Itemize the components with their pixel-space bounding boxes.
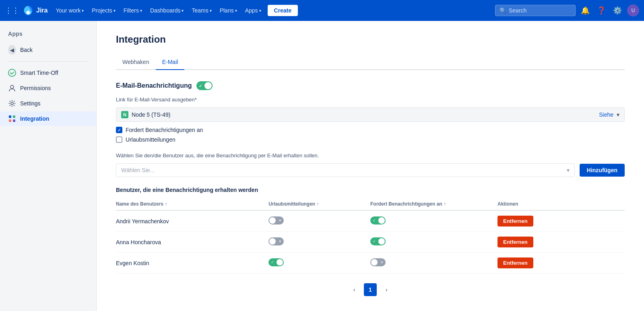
node-dropdown[interactable]: N Node 5 (TS-49) Siehe ▾ — [116, 107, 625, 122]
fordert-toggle-0[interactable]: ✓ — [370, 216, 386, 224]
chevron-down-icon: ▾ — [82, 8, 84, 13]
fordert-toggle-2[interactable]: ✕ — [370, 258, 386, 266]
remove-button[interactable]: Entfernen — [497, 257, 533, 268]
brand-name: Jira — [36, 7, 47, 14]
svg-rect-5 — [13, 115, 15, 118]
layout: Apps ◀ Back Smart Time-Off — [0, 21, 644, 311]
th-actions: Aktionen — [497, 198, 625, 210]
checkbox-row-2: Urlaubsmitteilungen — [116, 136, 625, 143]
checkbox-fordert[interactable]: ✓ — [116, 127, 122, 133]
sidebar-item-back[interactable]: ◀ Back — [0, 43, 96, 57]
sidebar-item-smart-time-off[interactable]: Smart Time-Off — [0, 66, 96, 80]
urlaub-toggle-2[interactable]: ✓ — [268, 258, 284, 266]
toggle-knob — [371, 259, 378, 266]
nav-your-work[interactable]: Your work ▾ — [52, 5, 87, 16]
chevron-down-icon: ▾ — [140, 8, 142, 13]
chevron-down-icon: ▾ — [567, 167, 570, 173]
urlaub-toggle-0[interactable]: ✕ — [268, 216, 284, 224]
urlaub-toggle-1[interactable]: ✕ — [268, 237, 284, 245]
table-header-row: Name des Benutzers ↑ Urlaubsmitteilungen… — [116, 198, 625, 210]
sidebar-item-label-integration: Integration — [20, 115, 49, 122]
brand-logo[interactable]: Jira — [23, 5, 47, 16]
sidebar-item-integration[interactable]: Integration — [0, 111, 96, 126]
chevron-down-icon: ▾ — [235, 8, 237, 13]
sidebar-divider — [8, 61, 88, 62]
grid-icon[interactable]: ⋮⋮ — [5, 6, 19, 15]
table-section-title: Benutzer, die eine Benachrichtigung erha… — [116, 187, 625, 193]
settings-icon[interactable]: ⚙️ — [611, 4, 624, 17]
sidebar-item-label-permissions: Permissions — [20, 85, 51, 91]
th-fordert[interactable]: Fordert Benachrichtigungen an ↑ — [370, 198, 497, 210]
nav-projects[interactable]: Projects ▾ — [89, 5, 119, 16]
node-icon: N — [121, 111, 128, 118]
nav-dashboards[interactable]: Dashboards ▾ — [147, 5, 187, 16]
link-label: Link für E-Mail-Versand ausgeben* — [116, 97, 625, 103]
tabs: Webhaken E-Mail — [116, 55, 625, 70]
create-button[interactable]: Create — [268, 5, 298, 16]
search-box[interactable]: 🔍 Search — [495, 5, 576, 16]
fordert-toggle-1[interactable]: ✓ — [370, 237, 386, 245]
email-section: E-Mail-Benachrichtigung ✓ Link für E-Mai… — [116, 81, 625, 296]
toggle-knob — [269, 217, 276, 224]
search-input[interactable]: Search — [509, 7, 526, 14]
table-row: Evgen Kostin✓✕Entfernen — [116, 253, 625, 274]
smart-time-off-icon — [8, 69, 16, 77]
fordert-toggle-cell: ✓ — [370, 210, 497, 232]
toggle-knob — [378, 238, 385, 245]
action-cell: Entfernen — [497, 232, 625, 253]
action-cell: Entfernen — [497, 253, 625, 274]
toggle-check-icon: ✓ — [199, 84, 202, 88]
sidebar-item-settings[interactable]: Settings — [0, 96, 96, 111]
sidebar-item-label-smart: Smart Time-Off — [20, 70, 58, 76]
permissions-icon — [8, 84, 16, 92]
toggle-knob — [378, 217, 385, 224]
user-name: Anna Honcharova — [116, 232, 268, 253]
table-row: Andrii Yermachenkov✕✓Entfernen — [116, 210, 625, 232]
checkbox-urlaub[interactable] — [116, 136, 122, 143]
fordert-toggle-cell: ✓ — [370, 232, 497, 253]
table-body: Andrii Yermachenkov✕✓EntfernenAnna Honch… — [116, 210, 625, 274]
cross-icon: ✕ — [279, 239, 282, 243]
nav-apps[interactable]: Apps ▾ — [242, 5, 264, 16]
help-icon[interactable]: ❓ — [595, 4, 608, 17]
next-page-button[interactable]: › — [380, 283, 393, 296]
tab-email[interactable]: E-Mail — [156, 55, 185, 70]
user-select-placeholder: Wählen Sie... — [121, 167, 155, 173]
search-icon: 🔍 — [500, 7, 506, 14]
nav-filters[interactable]: Filters ▾ — [120, 5, 145, 16]
page-1-button[interactable]: 1 — [364, 283, 377, 296]
pagination: ‹ 1 › — [116, 283, 625, 296]
settings-gear-icon — [8, 99, 16, 107]
avatar[interactable]: U — [627, 4, 639, 16]
checkbox-label-urlaub: Urlaubsmitteilungen — [126, 136, 175, 143]
node-text: Node 5 (TS-49) — [132, 111, 596, 118]
add-button[interactable]: Hinzufügen — [580, 164, 625, 177]
toggle-knob — [269, 238, 276, 245]
notifications-icon[interactable]: 🔔 — [579, 4, 592, 17]
th-name[interactable]: Name des Benutzers ↑ — [116, 198, 268, 210]
svg-rect-7 — [13, 119, 15, 122]
user-select-dropdown[interactable]: Wählen Sie... ▾ — [116, 163, 575, 177]
checkbox-label-fordert: Fordert Benachrichtigungen an — [126, 127, 203, 133]
user-name: Evgen Kostin — [116, 253, 268, 274]
urlaub-toggle-cell: ✕ — [268, 210, 370, 232]
nav-plans[interactable]: Plans ▾ — [217, 5, 240, 16]
tab-webhaken[interactable]: Webhaken — [116, 55, 156, 70]
sidebar-item-permissions[interactable]: Permissions — [0, 81, 96, 95]
checkbox-row-1: ✓ Fordert Benachrichtigungen an — [116, 127, 625, 133]
chevron-down-icon: ▾ — [259, 8, 261, 13]
fordert-toggle-cell: ✕ — [370, 253, 497, 274]
toggle-knob — [277, 259, 283, 266]
chevron-down-icon: ▾ — [210, 8, 212, 13]
remove-button[interactable]: Entfernen — [497, 216, 533, 227]
chevron-down-icon: ▾ — [617, 111, 619, 118]
check-icon: ✓ — [118, 128, 121, 132]
prev-page-button[interactable]: ‹ — [348, 283, 361, 296]
nav-teams[interactable]: Teams ▾ — [188, 5, 215, 16]
svg-point-3 — [11, 102, 13, 105]
th-urlaub[interactable]: Urlaubsmitteilungen ↑ — [268, 198, 370, 210]
remove-button[interactable]: Entfernen — [497, 237, 533, 247]
node-link[interactable]: Siehe — [599, 111, 613, 118]
page-title: Integration — [116, 34, 625, 45]
email-toggle[interactable]: ✓ — [196, 81, 213, 90]
